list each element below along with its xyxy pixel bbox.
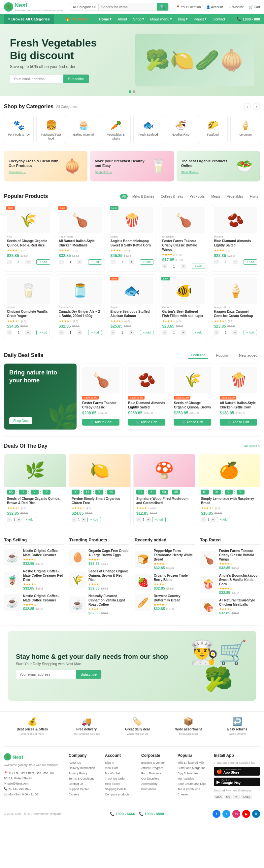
qty-btn[interactable]: +: [81, 517, 86, 522]
col-product[interactable]: 🥚Organic Cage-Free Grade A Large Brown E…: [69, 549, 129, 566]
qty-btn[interactable]: +: [210, 517, 215, 522]
footer-link[interactable]: Contact Us: [69, 782, 100, 785]
footer-link[interactable]: Become a Vendor: [141, 761, 172, 765]
qty-btn[interactable]: +: [17, 517, 22, 522]
wishlist-action[interactable]: ♡ Wishlist: [228, 5, 243, 9]
newsletter-btn[interactable]: Subscribe: [76, 670, 101, 679]
category-item[interactable]: 🐾Pet Foods & Toy: [4, 115, 34, 144]
qty-decrease-btn[interactable]: −: [59, 330, 64, 335]
qty-decrease-btn[interactable]: −: [111, 260, 116, 264]
daily-tab[interactable]: Featured: [188, 352, 208, 359]
footer-link[interactable]: Support Center: [69, 787, 100, 791]
filter-tab[interactable]: Fruits: [248, 194, 260, 199]
promo-banner-item[interactable]: Make your Breakfast Healthy and EasyShop…: [90, 151, 174, 182]
add-to-cart-btn[interactable]: 🛒 Add to Cart: [174, 418, 211, 426]
add-to-cart-btn[interactable]: + Add: [243, 330, 257, 335]
product-card[interactable]: Sale🍗Hodo FoodsAll Natural Italian-Style…: [56, 204, 105, 272]
product-card[interactable]: 🫙Canada DryCanada Dry Ginger Ale – 2 L B…: [56, 275, 105, 338]
footer-link[interactable]: Delivery Information: [69, 766, 100, 770]
footer-link[interactable]: Butter and Margarine: [178, 766, 209, 770]
google-play-btn[interactable]: ▶ Get it on Google Play: [214, 778, 260, 786]
qty-increase-btn[interactable]: +: [181, 330, 186, 335]
logo[interactable]: 🌿 Nest Awesome grocery store website tem…: [4, 2, 63, 12]
filter-tab[interactable]: Coffees & Teas: [159, 194, 185, 199]
account-action[interactable]: 👤 Account: [206, 5, 223, 9]
qty-decrease-btn[interactable]: −: [111, 330, 116, 335]
qty-decrease-btn[interactable]: −: [162, 264, 167, 269]
col-product[interactable]: ☕Nestle Original Coffee-Mate Coffee Crea…: [4, 549, 64, 566]
footer-link[interactable]: Cheese: [178, 793, 209, 796]
add-to-cart-btn[interactable]: + Add: [140, 330, 153, 335]
nav-contact[interactable]: Contact: [210, 14, 228, 24]
category-item[interactable]: 🍔Packaged Fast food: [36, 115, 66, 144]
deal-card[interactable]: 🍊01:31:50:39Simply Lemonade with Raspber…: [198, 454, 260, 525]
product-card[interactable]: Sale🌾FruitSeeds of Change Organic Quinoa…: [4, 204, 53, 272]
best-product-card[interactable]: 🌾Save $0.50Seeds of Change Organic Quino…: [171, 364, 214, 430]
filter-tab[interactable]: Milks & Dairies: [130, 194, 156, 199]
category-item[interactable]: 🐟Fresh Seafood: [133, 115, 163, 144]
footer-link[interactable]: Sign In: [105, 761, 136, 765]
product-card[interactable]: New🍿SnackAngie's Boomchickapop Sweet & S…: [108, 204, 157, 272]
best-product-card[interactable]: 🍿Save $6.30All Natural Italian-Style Chi…: [217, 364, 260, 430]
footer-link[interactable]: Marmalades: [178, 777, 209, 780]
add-to-cart-btn[interactable]: + Add: [140, 259, 153, 265]
add-to-cart-btn[interactable]: 🛒 Add to Cart: [128, 418, 165, 426]
qty-btn[interactable]: −: [71, 517, 77, 522]
newsletter-input[interactable]: [16, 670, 76, 679]
nav-pages[interactable]: Pages ▾: [191, 14, 209, 24]
footer-link[interactable]: Farm Business: [141, 772, 172, 775]
qty-btn[interactable]: −: [201, 517, 206, 522]
qty-increase-btn[interactable]: +: [77, 260, 82, 264]
footer-link[interactable]: Affiliate Program: [141, 766, 172, 770]
footer-link[interactable]: Shipping Details: [105, 787, 136, 791]
product-card[interactable]: 🥛YoplaitChobani Complete Vanilla Greek Y…: [4, 275, 53, 338]
qty-increase-btn[interactable]: +: [77, 330, 82, 335]
footer-link[interactable]: Promotions: [141, 787, 172, 791]
qty-increase-btn[interactable]: +: [233, 260, 238, 264]
footer-link[interactable]: Accessibility: [141, 782, 172, 785]
promo-shop-btn[interactable]: Shop Now →: [181, 170, 234, 174]
filter-tab[interactable]: Meats: [209, 194, 222, 199]
all-categories-label[interactable]: All Categories: [56, 105, 77, 108]
twitter-icon[interactable]: t: [223, 810, 230, 818]
instagram-icon[interactable]: in: [232, 810, 240, 818]
add-to-cart-btn[interactable]: + Add: [23, 517, 36, 522]
promo-banner-item[interactable]: Everyday Fresh & Clean with Our Products…: [4, 151, 87, 182]
footer-link[interactable]: Our Suppliers: [141, 777, 172, 780]
nav-about[interactable]: About: [115, 14, 130, 24]
nav-blog[interactable]: Blog ▾: [175, 14, 190, 24]
footer-link[interactable]: Help Ticket: [105, 782, 136, 785]
qty-decrease-btn[interactable]: −: [59, 260, 64, 264]
promo-banner-item[interactable]: The best Organic Products OnlineShop Now…: [177, 151, 260, 182]
best-product-card[interactable]: 🫘Save $5.00Blue Diamond Almonds Lightly …: [125, 364, 168, 430]
qty-increase-btn[interactable]: +: [129, 330, 134, 335]
location-action[interactable]: 📍 Your Location: [176, 5, 201, 9]
product-card[interactable]: New🐠Garton'sGarton's Beer Battered Fish …: [159, 275, 208, 338]
facebook-icon[interactable]: f: [212, 810, 221, 818]
col-product[interactable]: 🍞Pepperidge Farm Farmhouse Hearty White …: [135, 549, 195, 570]
footer-link[interactable]: Milk & Flavored Milk: [178, 761, 209, 765]
cart-action[interactable]: 🛒 Cart: [249, 5, 260, 9]
nav-shop[interactable]: Shop ▾: [130, 14, 147, 24]
category-item[interactable]: 🍜Noodles Rice: [166, 115, 195, 144]
hero-dot-2[interactable]: [133, 90, 135, 93]
qty-decrease-btn[interactable]: −: [214, 330, 219, 335]
hero-dot-1[interactable]: [129, 90, 131, 93]
promo-shop-btn[interactable]: Shop Now →: [8, 170, 61, 174]
add-to-cart-btn[interactable]: + Add: [217, 517, 230, 522]
col-product[interactable]: ☕Naturally Flavored Cinnamon Vanilla Lig…: [69, 594, 129, 615]
category-dropdown[interactable]: All Categories ▾: [70, 4, 98, 10]
qty-decrease-btn[interactable]: −: [162, 330, 167, 335]
footer-link[interactable]: Tea & Kombucha: [178, 787, 209, 791]
footer-link[interactable]: Terms & Conditions: [69, 777, 100, 780]
footer-link[interactable]: Privacy Policy: [69, 772, 100, 775]
col-product[interactable]: 🍗Foster Farms Takeout Crispy Classic Buf…: [200, 549, 260, 570]
add-to-cart-btn[interactable]: + Add: [36, 259, 50, 265]
nav-home[interactable]: Home ▾: [96, 14, 115, 24]
browse-all-btn[interactable]: ≡ Browse All Categories: [4, 14, 54, 24]
categories-prev[interactable]: ‹: [243, 103, 251, 110]
product-card[interactable]: 🍦Haagen-DazsHaagen-Dazs Caramel Cone Ice…: [211, 275, 260, 338]
qty-decrease-btn[interactable]: −: [214, 260, 219, 264]
nav-mega[interactable]: Mega menu ▾: [148, 14, 175, 24]
footer-link[interactable]: About Us: [69, 761, 100, 765]
